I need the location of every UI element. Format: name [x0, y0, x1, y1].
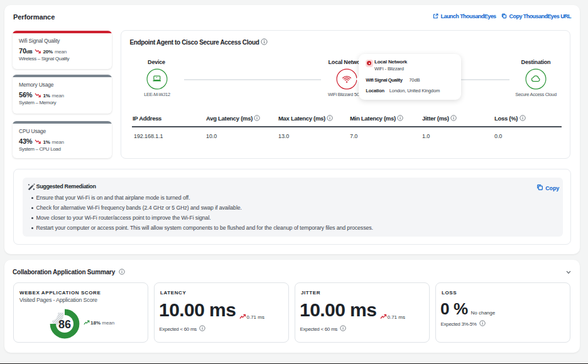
svg-text:86: 86	[58, 318, 71, 331]
